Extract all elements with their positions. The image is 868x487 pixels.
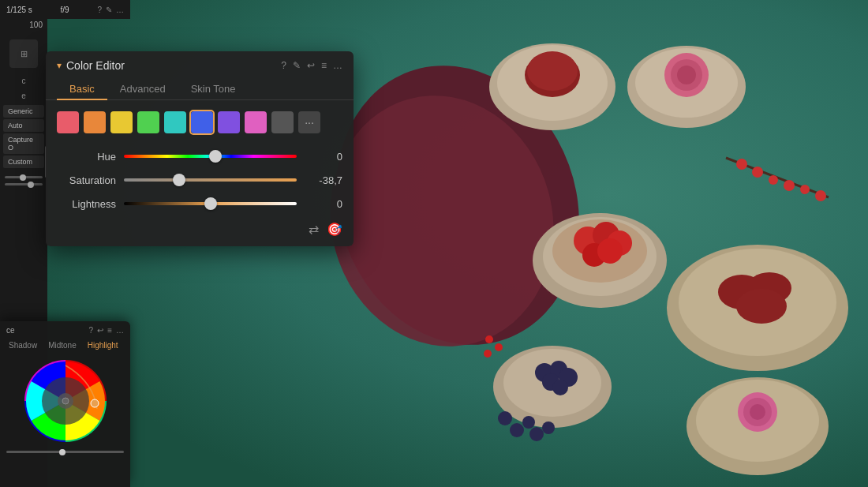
- bottom-panel-title: ce: [6, 326, 86, 335]
- svg-point-18: [800, 185, 810, 194]
- side-item-auto[interactable]: Auto: [3, 119, 44, 132]
- hue-thumb[interactable]: [209, 150, 222, 163]
- svg-point-52: [484, 350, 492, 358]
- bp-menu-icon[interactable]: ≡: [107, 326, 112, 335]
- swatch-more-button[interactable]: ···: [298, 111, 320, 133]
- hue-value[interactable]: 0: [305, 151, 342, 163]
- saturation-thumb[interactable]: [173, 174, 185, 186]
- side-item-generic[interactable]: Generic: [3, 105, 44, 118]
- svg-point-19: [815, 190, 826, 201]
- svg-point-51: [495, 343, 503, 351]
- bottom-panel: ce ? ↩ ≡ … Shadow Midtone Highlight: [0, 321, 130, 487]
- color-wheel-svg[interactable]: [22, 358, 109, 444]
- collapse-icon[interactable]: ▾: [57, 60, 62, 71]
- color-wheel-area[interactable]: [22, 358, 109, 444]
- panel-toggle[interactable]: ⊞: [9, 39, 38, 68]
- hue-slider-row: Hue 0: [46, 144, 354, 168]
- value-display: 100: [0, 19, 47, 31]
- svg-point-35: [498, 411, 512, 425]
- lightness-thumb[interactable]: [204, 197, 217, 210]
- swatch-orange[interactable]: [84, 111, 106, 133]
- help-icon[interactable]: ?: [281, 60, 286, 71]
- bottom-panel-icons: ? ↩ ≡ …: [89, 326, 124, 335]
- edit-icon[interactable]: ✎: [106, 6, 112, 14]
- svg-point-12: [677, 66, 696, 84]
- svg-point-14: [736, 159, 747, 170]
- bp-slider-area: [0, 448, 130, 459]
- panel-tabs: Basic Advanced Skin Tone: [46, 78, 354, 100]
- edit-pen-icon[interactable]: ✎: [293, 60, 301, 71]
- saturation-value[interactable]: -38,7: [305, 174, 342, 186]
- svg-point-38: [529, 427, 544, 441]
- saturation-slider-row: Saturation -38,7: [46, 168, 354, 192]
- hue-label: Hue: [57, 151, 116, 163]
- top-bar-icons: ? ✎ …: [97, 6, 124, 14]
- svg-point-49: [750, 404, 765, 420]
- swatch-cyan[interactable]: [164, 111, 186, 133]
- bp-track-1[interactable]: [6, 451, 124, 453]
- undo-icon[interactable]: ↩: [307, 60, 315, 71]
- bp-tab-shadow[interactable]: Shadow: [5, 339, 41, 351]
- swatch-green[interactable]: [137, 111, 159, 133]
- swatch-blue[interactable]: [191, 111, 213, 133]
- lightness-slider-row: Lightness 0: [46, 192, 354, 215]
- more-icon[interactable]: …: [116, 6, 124, 14]
- menu-icon[interactable]: ≡: [321, 60, 327, 71]
- svg-point-58: [62, 398, 69, 404]
- side-item-capture[interactable]: Capture O: [3, 133, 44, 154]
- bp-undo-icon[interactable]: ↩: [97, 326, 103, 335]
- aperture: f/9: [61, 6, 69, 14]
- mini-slider-2[interactable]: [5, 183, 43, 185]
- panel-footer: ⇄ 🎯: [46, 215, 354, 237]
- tab-basic[interactable]: Basic: [57, 78, 107, 99]
- transfer-icon[interactable]: ⇄: [309, 222, 319, 237]
- tab-advanced[interactable]: Advanced: [107, 78, 178, 99]
- saturation-label: Saturation: [57, 174, 116, 186]
- svg-point-39: [542, 421, 555, 434]
- hue-slider-track-wrap[interactable]: [124, 148, 297, 164]
- swatch-yellow[interactable]: [110, 111, 133, 133]
- svg-point-36: [510, 423, 524, 437]
- panel-header: ▾ Color Editor ? ✎ ↩ ≡ …: [46, 51, 354, 78]
- panel-label-e: e: [0, 88, 47, 103]
- swatch-gray[interactable]: [271, 111, 294, 133]
- header-icons: ? ✎ ↩ ≡ …: [281, 60, 342, 71]
- top-bar: 1/125 s f/9 ? ✎ …: [0, 0, 130, 19]
- tab-skin-tone[interactable]: Skin Tone: [178, 78, 249, 99]
- side-item-custom[interactable]: Custom: [3, 155, 44, 168]
- swatch-purple[interactable]: [218, 111, 240, 133]
- svg-point-57: [91, 399, 99, 407]
- more-options-icon[interactable]: …: [333, 60, 342, 71]
- lightness-label: Lightness: [57, 198, 116, 210]
- svg-point-34: [552, 380, 568, 395]
- panel-label-c: c: [0, 73, 47, 88]
- swatch-red[interactable]: [57, 111, 79, 133]
- bp-tab-highlight[interactable]: Highlight: [84, 339, 122, 351]
- help-icon[interactable]: ?: [97, 6, 102, 14]
- color-editor-title: Color Editor: [66, 59, 276, 72]
- color-editor-panel: ▾ Color Editor ? ✎ ↩ ≡ … Basic Advanced …: [46, 51, 354, 246]
- svg-point-16: [769, 175, 778, 185]
- svg-point-15: [752, 167, 763, 178]
- svg-point-7: [527, 51, 578, 91]
- saturation-slider-track-wrap[interactable]: [124, 172, 297, 188]
- svg-point-44: [736, 289, 787, 324]
- bottom-panel-header: ce ? ↩ ≡ …: [0, 321, 130, 339]
- mini-slider-1[interactable]: [5, 176, 43, 178]
- svg-point-27: [597, 238, 623, 264]
- saturation-track[interactable]: [124, 178, 297, 182]
- bp-tab-midtone[interactable]: Midtone: [44, 339, 80, 351]
- bottom-panel-tabs: Shadow Midtone Highlight: [0, 339, 130, 354]
- target-icon[interactable]: 🎯: [327, 222, 342, 237]
- swatch-magenta[interactable]: [245, 111, 267, 133]
- lightness-slider-track-wrap[interactable]: [124, 196, 297, 212]
- lightness-value[interactable]: 0: [305, 198, 342, 210]
- shutter-speed: 1/125 s: [6, 6, 32, 14]
- bp-more-icon[interactable]: …: [116, 326, 124, 335]
- svg-point-50: [485, 335, 493, 343]
- bp-thumb-1[interactable]: [59, 449, 65, 455]
- bp-slider-row-1: [6, 451, 124, 453]
- color-swatches: ···: [46, 111, 354, 144]
- bp-help-icon[interactable]: ?: [89, 326, 94, 335]
- svg-point-37: [522, 416, 535, 429]
